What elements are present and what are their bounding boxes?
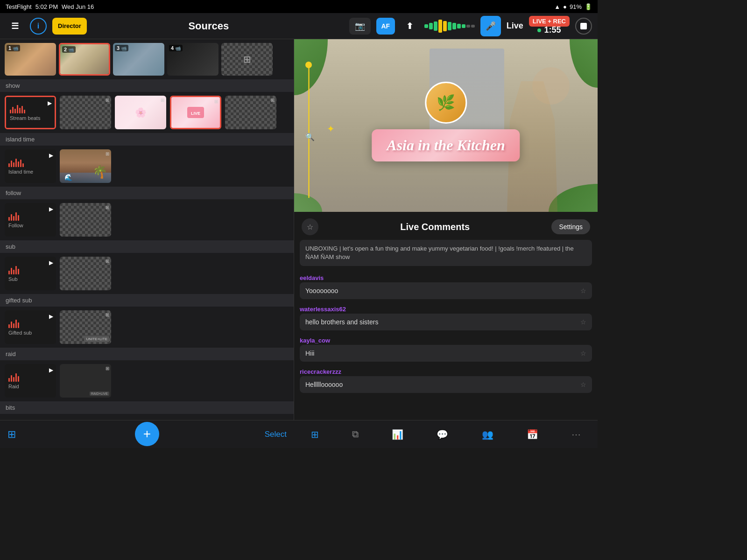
chat-nav-icon: 💬 [437, 429, 448, 440]
comment-row-ricecrackerzzz[interactable]: Hellllloooooo ☆ [300, 376, 592, 393]
status-bar: TestFlight 5:02 PM Wed Jun 16 ▲ ● 91% 🔋 [0, 0, 598, 13]
nav-calendar[interactable]: 📅 [523, 427, 542, 442]
pinned-comment: UNBOXING | let's open a fun thing and ma… [300, 240, 592, 268]
stop-button[interactable] [575, 18, 592, 35]
comment-text-waterlessaxis: hello brothers and sisters [305, 318, 577, 326]
mic-button[interactable]: 🎤 [480, 16, 501, 36]
layout-nav-icon: ⧉ [352, 429, 359, 440]
wave-island [8, 158, 24, 167]
comment-ricecrackerzzz: ricecrackerzzz Hellllloooooo ☆ [300, 367, 592, 393]
nav-stats[interactable]: 📊 [388, 427, 407, 442]
comments-header: ☆ Live Comments Settings [294, 212, 598, 240]
scene-checker-1[interactable]: ⊞ [60, 96, 111, 129]
menu-button[interactable]: ☰ [6, 18, 24, 35]
more-nav-icon: ⋯ [571, 429, 581, 440]
star-icon: ☆ [307, 223, 313, 231]
comment-row-waterlessaxis[interactable]: hello brothers and sisters ☆ [300, 314, 592, 330]
bottom-nav: ⊞ ⧉ 📊 💬 👥 📅 ⋯ [294, 420, 598, 448]
share-button[interactable]: ⬆ [401, 18, 419, 35]
scene-pink-flowers[interactable]: 🌸 ⊞ [115, 96, 166, 129]
section-show: show [0, 79, 294, 92]
left-panel: 1📹 2📹 3📹 4📹 ⊞ show [0, 39, 294, 448]
nav-grid[interactable]: ⊞ [307, 427, 323, 442]
scene-gifted-sub[interactable]: Gifted sub ▶ [5, 310, 56, 344]
camera-thumb-1[interactable]: 1📹 [5, 43, 56, 76]
add-scene-button[interactable]: + [135, 422, 159, 446]
camera-thumb-5[interactable]: ⊞ [221, 43, 273, 76]
avatar-circle: 🌿 [425, 82, 467, 124]
section-island-time: island time [0, 133, 294, 146]
scene-sub-checker[interactable]: ⊞ [60, 257, 111, 290]
stack-icon: ⊞ [106, 98, 109, 103]
deco-search: 🔍 [305, 133, 315, 141]
live-comments: ☆ Live Comments Settings UNBOXING | let'… [294, 212, 598, 448]
section-sub: sub [0, 240, 294, 253]
af-button[interactable]: AF [376, 18, 395, 35]
scene-sub[interactable]: Sub ▶ [5, 257, 56, 290]
comment-row-eeldavis[interactable]: Yoooooooo ☆ [300, 282, 592, 299]
af-label: AF [381, 22, 390, 30]
scene-raid-checker[interactable]: RAID+LIVE ⊞ [60, 364, 111, 398]
camera-strip: 1📹 2📹 3📹 4📹 ⊞ [0, 39, 294, 79]
play-icon-island: ▶ [49, 152, 53, 159]
stack-icon-3: ⊞ [214, 99, 218, 104]
nav-users[interactable]: 👥 [478, 427, 497, 442]
comment-star-eeldavis[interactable]: ☆ [580, 287, 586, 294]
nav-layout[interactable]: ⧉ [348, 427, 362, 441]
status-date: Wed Jun 16 [62, 3, 94, 10]
calendar-nav-icon: 📅 [527, 429, 538, 440]
scene-island-visual[interactable]: 🌴 🌊 ⊞ [60, 149, 111, 183]
info-button[interactable]: i [30, 18, 47, 35]
signal-icon: ● [563, 3, 567, 10]
raid-label: Raid [8, 384, 19, 389]
star-button[interactable]: ☆ [302, 218, 318, 235]
play-icon-gifted: ▶ [49, 313, 53, 320]
deco-sun: ✦ [327, 123, 335, 134]
camera-thumb-3[interactable]: 3📹 [113, 43, 164, 76]
live-dot [537, 28, 541, 32]
scene-gifted-checker[interactable]: ⊞ UNITE+LITE [60, 310, 111, 344]
select-button[interactable]: Select [265, 430, 287, 439]
gifted-sub-label: Gifted sub [8, 330, 32, 336]
scene-stream-beats[interactable]: Stream beats ▶ [5, 96, 56, 129]
add-icon: + [143, 427, 151, 441]
scene-row-sub: Sub ▶ ⊞ [0, 253, 294, 294]
grid-view-button[interactable]: ⊞ [7, 428, 16, 441]
stack-icon-island: ⊞ [106, 151, 109, 156]
battery-level: 91% [570, 3, 582, 10]
camera-switch-button[interactable]: 📷 [349, 18, 371, 35]
section-bits: bits [0, 401, 294, 414]
comment-star-kaylacow[interactable]: ☆ [580, 350, 586, 357]
comment-star-waterlessaxis[interactable]: ☆ [580, 318, 586, 326]
play-icon: ▶ [48, 100, 52, 106]
nav-chat[interactable]: 💬 [433, 427, 452, 442]
scene-island-time[interactable]: Island time ▶ [5, 149, 56, 183]
sub-label: Sub [8, 276, 18, 282]
scene-row-show: Stream beats ▶ ⊞ 🌸 ⊞ [0, 92, 294, 133]
stack-icon-4: ⊞ [271, 98, 275, 103]
comment-star-ricecrackerzzz[interactable]: ☆ [580, 381, 586, 388]
scene-pink-text[interactable]: LIVE ⊞ [170, 96, 221, 129]
username-kaylacow: kayla_cow [300, 336, 592, 345]
settings-button[interactable]: Settings [551, 219, 590, 234]
scene-raid[interactable]: Raid ▶ [5, 364, 56, 398]
toolbar: ☰ i Director Sources 📷 AF ⬆ 🎤 Live LIVE … [0, 13, 598, 39]
preview-area: 🔍 ✦ 🌿 Asia in the Kitchen [294, 39, 598, 212]
scene-follow-checker[interactable]: ⊞ [60, 203, 111, 237]
scene-follow[interactable]: Follow ▶ [5, 203, 56, 237]
scene-row-follow: Follow ▶ ⊞ [0, 199, 294, 240]
nav-more[interactable]: ⋯ [568, 427, 585, 442]
status-time: 5:02 PM [35, 3, 58, 10]
island-time-label: Island time [8, 169, 33, 175]
stats-nav-icon: 📊 [392, 429, 403, 440]
camera-thumb-2[interactable]: 2📹 [59, 43, 110, 76]
right-panel: 🔍 ✦ 🌿 Asia in the Kitchen [294, 39, 598, 448]
stack-icon-raid: ⊞ [106, 366, 109, 371]
scene-checker-small[interactable]: ⊞ [225, 96, 276, 129]
sources-title: Sources [74, 20, 344, 32]
camera-thumb-4[interactable]: 4📹 [167, 43, 218, 76]
grid-nav-icon: ⊞ [311, 429, 319, 440]
comments-title: Live Comments [318, 222, 551, 232]
comment-row-kaylacow[interactable]: Hiii ☆ [300, 345, 592, 362]
comment-waterlessaxis: waterlessaxis62 hello brothers and siste… [300, 305, 592, 330]
